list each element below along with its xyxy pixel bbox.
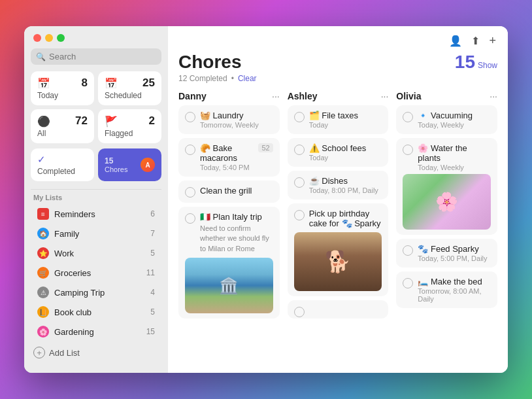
completed-text: 12 Completed [178,74,227,83]
bed-title: 🛏️ Make the bed [418,277,491,286]
task-count: 15 [455,52,475,73]
flagged-icon: 🚩 [105,115,118,128]
task-feed-sparky[interactable]: 🐾 Feed Sparky Today, 5:00 PM, Daily [396,239,497,268]
completed-label: Completed [37,167,88,176]
dot-separator: • [231,74,234,83]
taxes-circle[interactable] [294,112,305,122]
work-name: Work [54,249,74,258]
today-label: Today [37,91,88,100]
work-icon: ⭐ [37,247,49,259]
list-item-gardening[interactable]: 🌸 Gardening 15 [28,322,164,341]
cake-circle[interactable] [294,210,305,220]
groceries-name: Groceries [54,268,91,278]
share-icon-button[interactable]: ⬆ [470,33,481,48]
search-box[interactable]: 🔍 [31,48,161,65]
fees-circle[interactable] [294,145,305,155]
work-count: 5 [150,249,155,258]
task-water-plants[interactable]: 🌸 Water the plants Today, Weekly 🌸 [396,138,497,235]
list-item-family[interactable]: 🏠 Family 7 [28,224,164,243]
danny-menu-button[interactable]: ··· [272,91,280,101]
task-school-fees[interactable]: ⚠️ School fees Today [288,138,389,167]
minimize-button[interactable] [45,34,53,42]
chores-avatar: A [141,158,155,172]
all-label: All [37,129,88,138]
ashley-empty-circle[interactable] [294,307,305,317]
italy-circle[interactable] [185,213,195,224]
fullscreen-button[interactable] [57,34,65,42]
ashley-title: Ashley [288,91,318,101]
task-file-taxes[interactable]: 🗂️ File taxes Today [288,105,389,134]
today-icon: 📅 [37,77,50,90]
ashley-menu-button[interactable]: ··· [381,91,389,101]
list-item-groceries[interactable]: 🛒 Groceries 11 [28,264,164,282]
task-laundry[interactable]: 🧺 Laundry Tomorrow, Weekly [178,105,280,134]
add-list-label: Add List [49,348,80,358]
all-count: 72 [75,114,88,128]
person-icon-button[interactable]: 👤 [448,33,463,48]
search-input[interactable] [49,52,156,61]
smart-list-chores[interactable]: 15 Chores A [98,148,161,181]
task-birthday-cake[interactable]: Pick up birthday cake for 🐾 Sparky 🐕 [288,203,389,296]
task-dishes[interactable]: ☕ Dishes Today, 8:00 PM, Daily [288,171,389,200]
close-button[interactable] [33,34,41,42]
bookclub-icon: 📙 [37,306,49,318]
chores-label: Chores [105,165,127,173]
laundry-sub: Tomorrow, Weekly [200,121,273,129]
macarons-title: 🥐 Bake macarons [200,143,254,163]
main-content: 👤 ⬆ + Chores 15 Show 12 Completed • Clea… [168,26,508,373]
bookclub-count: 5 [150,307,155,317]
sparky-image: 🐕 [294,232,382,291]
plants-sub: Today, Weekly [418,164,491,171]
add-list-button[interactable]: + Add List [24,343,168,362]
all-icon: ⚫ [37,115,50,128]
macarons-circle[interactable] [185,145,195,155]
task-vacuuming[interactable]: 🔹 Vacuuming Today, Weekly [396,105,497,134]
olivia-column-header: Olivia ··· [396,88,497,105]
olivia-menu-button[interactable]: ··· [490,91,497,101]
olivia-title: Olivia [396,91,421,101]
list-item-work[interactable]: ⭐ Work 5 [28,244,164,262]
smart-lists: 📅 8 Today 📅 25 Scheduled ⚫ 72 All [24,71,168,148]
fees-title: ⚠️ School fees [309,143,382,153]
list-item-reminders[interactable]: ≡ Reminders 6 [28,205,164,223]
feed-circle[interactable] [403,245,413,256]
vacuuming-circle[interactable] [403,112,413,122]
traffic-lights [24,34,168,48]
task-clean-grill[interactable]: Clean the grill [178,181,280,203]
add-icon-button[interactable]: + [488,33,497,49]
completed-chores-row: ✓ Completed 15 Chores A [24,148,168,186]
gardening-icon: 🌸 [37,326,49,338]
task-bake-macarons[interactable]: 🥐 Bake macarons Today, 5:40 PM 52 [178,138,280,177]
smart-list-today[interactable]: 📅 8 Today [31,71,94,105]
italy-desc: Need to confirm whether we should fly to… [200,224,273,254]
camping-name: Camping Trip [54,288,105,298]
smart-list-completed[interactable]: ✓ Completed [31,148,94,181]
smart-list-flagged[interactable]: 🚩 2 Flagged [98,109,161,143]
smart-list-all[interactable]: ⚫ 72 All [31,109,94,143]
main-header: 👤 ⬆ + [168,26,508,49]
family-count: 7 [150,229,155,238]
bed-circle[interactable] [403,278,413,288]
grill-circle[interactable] [185,187,195,198]
smart-list-scheduled[interactable]: 📅 25 Scheduled [98,71,161,105]
dishes-circle[interactable] [294,177,305,188]
clear-button[interactable]: Clear [238,74,257,83]
task-plan-italy[interactable]: 🇮🇹 Plan Italy trip Need to confirm wheth… [178,207,280,319]
sidebar-divider [31,189,161,190]
plants-circle[interactable] [403,145,413,155]
bookclub-name: Book club [54,307,91,317]
scheduled-icon: 📅 [105,77,118,90]
task-make-bed[interactable]: 🛏️ Make the bed Tomorrow, 8:00 AM, Daily [396,271,497,308]
my-lists-label: My Lists [24,194,168,204]
list-item-camping[interactable]: ⚠ Camping Trip 4 [28,283,164,302]
show-button[interactable]: Show [478,61,497,70]
list-item-bookclub[interactable]: 📙 Book club 5 [28,303,164,321]
reminders-icon: ≡ [37,208,49,220]
laundry-circle[interactable] [185,112,195,122]
bed-sub: Tomorrow, 8:00 AM, Daily [418,287,491,303]
danny-column-header: Danny ··· [178,88,280,105]
ashley-empty-task[interactable] [288,300,389,319]
add-list-icon: + [33,347,45,358]
cake-title: Pick up birthday cake for 🐾 Sparky [309,209,382,228]
main-subtitle: 12 Completed • Clear [168,73,508,88]
